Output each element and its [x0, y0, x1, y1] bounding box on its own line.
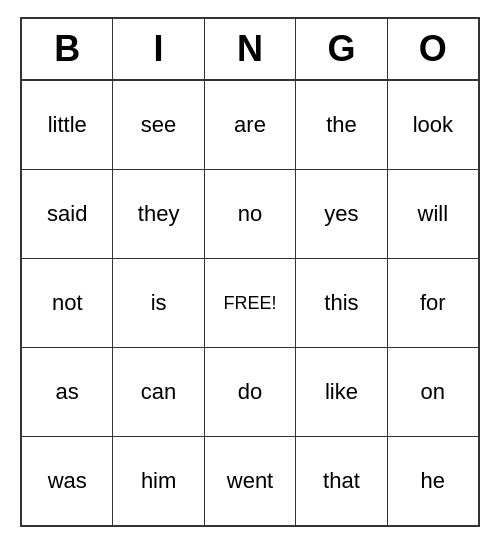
bingo-cell-4-2: went	[205, 437, 296, 525]
header-letter-i: I	[113, 19, 204, 79]
bingo-cell-0-0: little	[22, 81, 113, 169]
bingo-cell-4-0: was	[22, 437, 113, 525]
bingo-cell-3-3: like	[296, 348, 387, 436]
header-letter-b: B	[22, 19, 113, 79]
bingo-cell-0-3: the	[296, 81, 387, 169]
bingo-cell-1-4: will	[388, 170, 478, 258]
bingo-row-4: washimwentthathe	[22, 437, 478, 525]
bingo-cell-0-1: see	[113, 81, 204, 169]
header-letter-o: O	[388, 19, 478, 79]
bingo-cell-4-3: that	[296, 437, 387, 525]
bingo-cell-2-4: for	[388, 259, 478, 347]
bingo-row-0: littleseearethelook	[22, 81, 478, 170]
bingo-row-1: saidtheynoyeswill	[22, 170, 478, 259]
bingo-cell-3-2: do	[205, 348, 296, 436]
bingo-cell-0-2: are	[205, 81, 296, 169]
bingo-cell-2-2: FREE!	[205, 259, 296, 347]
bingo-row-2: notisFREE!thisfor	[22, 259, 478, 348]
bingo-row-3: ascandolikeon	[22, 348, 478, 437]
header-letter-n: N	[205, 19, 296, 79]
bingo-cell-2-3: this	[296, 259, 387, 347]
bingo-cell-3-4: on	[388, 348, 478, 436]
bingo-header: BINGO	[22, 19, 478, 81]
bingo-cell-3-1: can	[113, 348, 204, 436]
bingo-cell-1-0: said	[22, 170, 113, 258]
bingo-cell-4-1: him	[113, 437, 204, 525]
bingo-cell-3-0: as	[22, 348, 113, 436]
bingo-cell-1-3: yes	[296, 170, 387, 258]
bingo-cell-2-0: not	[22, 259, 113, 347]
bingo-cell-4-4: he	[388, 437, 478, 525]
bingo-cell-0-4: look	[388, 81, 478, 169]
bingo-cell-2-1: is	[113, 259, 204, 347]
header-letter-g: G	[296, 19, 387, 79]
bingo-body: littleseearethelooksaidtheynoyeswillnoti…	[22, 81, 478, 525]
bingo-cell-1-1: they	[113, 170, 204, 258]
bingo-cell-1-2: no	[205, 170, 296, 258]
bingo-card: BINGO littleseearethelooksaidtheynoyeswi…	[20, 17, 480, 527]
